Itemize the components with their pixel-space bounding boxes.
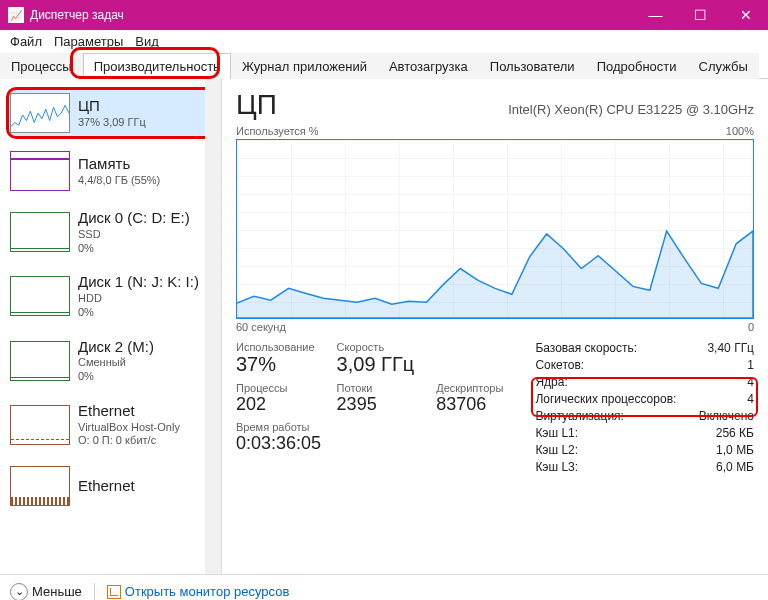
menu-options[interactable]: Параметры xyxy=(54,34,123,49)
disk-thumb-icon xyxy=(10,212,70,252)
processes-label: Процессы xyxy=(236,382,315,394)
tab-details[interactable]: Подробности xyxy=(586,53,688,79)
tab-services[interactable]: Службы xyxy=(688,53,759,79)
footer: ⌄ Меньше Открыть монитор ресурсов xyxy=(0,574,768,600)
cores-label: Ядра: xyxy=(535,375,567,389)
content: ЦП 37% 3,09 ГГц Память 4,4/8,0 ГБ (55%) … xyxy=(0,79,768,574)
uptime-label: Время работы xyxy=(236,421,503,433)
l3-label: Кэш L3: xyxy=(535,460,578,474)
minimize-button[interactable]: — xyxy=(633,0,678,30)
monitor-icon xyxy=(107,585,121,599)
sidebar: ЦП 37% 3,09 ГГц Память 4,4/8,0 ГБ (55%) … xyxy=(0,79,222,574)
menubar: Файл Параметры Вид xyxy=(0,30,768,53)
l1-label: Кэш L1: xyxy=(535,426,578,440)
tab-processes[interactable]: Процессы xyxy=(0,53,83,79)
divider xyxy=(94,583,95,601)
graph-time-left: 60 секунд xyxy=(236,321,286,333)
chevron-down-icon: ⌄ xyxy=(10,583,28,601)
sidebar-disk1-name: Диск 1 (N: J: K: I:) xyxy=(78,273,199,292)
maximize-button[interactable]: ☐ xyxy=(678,0,723,30)
sidebar-mem-name: Память xyxy=(78,155,160,174)
ethernet-thumb-icon xyxy=(10,405,70,445)
utilization-value: 37% xyxy=(236,353,315,376)
sockets-value: 1 xyxy=(747,358,754,372)
handles-label: Дескрипторы xyxy=(436,382,503,394)
window-controls: — ☐ ✕ xyxy=(633,0,768,30)
tabs: Процессы Производительность Журнал прило… xyxy=(0,53,768,79)
sidebar-eth2-name: Ethernet xyxy=(78,477,135,496)
tab-performance[interactable]: Производительность xyxy=(83,53,231,79)
sidebar-item-cpu[interactable]: ЦП 37% 3,09 ГГц xyxy=(6,87,221,139)
threads-label: Потоки xyxy=(337,382,415,394)
open-resource-monitor-link[interactable]: Открыть монитор ресурсов xyxy=(107,584,289,599)
sidebar-item-disk1[interactable]: Диск 1 (N: J: K: I:) HDD 0% xyxy=(6,267,221,325)
virt-label: Виртуализация: xyxy=(535,409,624,423)
sidebar-disk1-sub1: HDD xyxy=(78,292,199,306)
l2-value: 1,0 МБ xyxy=(716,443,754,457)
base-speed-value: 3,40 ГГц xyxy=(707,341,754,355)
sidebar-item-disk0[interactable]: Диск 0 (C: D: E:) SSD 0% xyxy=(6,203,221,261)
handles-value: 83706 xyxy=(436,394,503,415)
graph-label-right: 100% xyxy=(726,125,754,137)
uptime-value: 0:03:36:05 xyxy=(236,433,503,454)
sidebar-mem-sub: 4,4/8,0 ГБ (55%) xyxy=(78,174,160,188)
processes-value: 202 xyxy=(236,394,315,415)
speed-label: Скорость xyxy=(337,341,415,353)
sidebar-item-disk2[interactable]: Диск 2 (M:) Сменный 0% xyxy=(6,332,221,390)
memory-thumb-icon xyxy=(10,151,70,191)
utilization-label: Использование xyxy=(236,341,315,353)
sidebar-disk2-sub1: Сменный xyxy=(78,356,154,370)
sidebar-eth-name: Ethernet xyxy=(78,402,180,421)
sidebar-eth-sub1: VirtualBox Host-Only xyxy=(78,421,180,435)
sidebar-item-ethernet2[interactable]: Ethernet xyxy=(6,460,221,512)
menu-view[interactable]: Вид xyxy=(135,34,159,49)
speed-value: 3,09 ГГц xyxy=(337,353,415,376)
sockets-label: Сокетов: xyxy=(535,358,584,372)
ethernet-thumb-icon xyxy=(10,466,70,506)
cores-value: 4 xyxy=(747,375,754,389)
sidebar-disk0-sub1: SSD xyxy=(78,228,190,242)
sidebar-disk0-name: Диск 0 (C: D: E:) xyxy=(78,209,190,228)
stats: Использование 37% Скорость 3,09 ГГц Проц… xyxy=(236,341,754,474)
sidebar-cpu-name: ЦП xyxy=(78,97,146,116)
graph-time-right: 0 xyxy=(748,321,754,333)
sidebar-item-memory[interactable]: Память 4,4/8,0 ГБ (55%) xyxy=(6,145,221,197)
sidebar-item-ethernet[interactable]: Ethernet VirtualBox Host-Only О: 0 П: 0 … xyxy=(6,396,221,454)
l3-value: 6,0 МБ xyxy=(716,460,754,474)
sidebar-scrollbar[interactable] xyxy=(205,79,221,574)
tab-startup[interactable]: Автозагрузка xyxy=(378,53,479,79)
l2-label: Кэш L2: xyxy=(535,443,578,457)
sidebar-disk2-name: Диск 2 (M:) xyxy=(78,338,154,357)
virt-value: Включено xyxy=(699,409,754,423)
menu-file[interactable]: Файл xyxy=(10,34,42,49)
titlebar: 📈 Диспетчер задач — ☐ ✕ xyxy=(0,0,768,30)
threads-value: 2395 xyxy=(337,394,415,415)
sidebar-disk1-sub2: 0% xyxy=(78,306,199,320)
graph-label-left: Используется % xyxy=(236,125,319,137)
tab-users[interactable]: Пользователи xyxy=(479,53,586,79)
lps-label: Логических процессоров: xyxy=(535,392,676,406)
open-monitor-label: Открыть монитор ресурсов xyxy=(125,584,289,599)
tab-app-history[interactable]: Журнал приложений xyxy=(231,53,378,79)
app-icon: 📈 xyxy=(8,7,24,23)
l1-value: 256 КБ xyxy=(716,426,754,440)
fewer-label: Меньше xyxy=(32,584,82,599)
cpu-model: Intel(R) Xeon(R) CPU E31225 @ 3.10GHz xyxy=(508,102,754,117)
page-title: ЦП xyxy=(236,89,277,121)
cpu-usage-graph[interactable] xyxy=(236,139,754,319)
window-title: Диспетчер задач xyxy=(30,8,633,22)
main-panel: ЦП Intel(R) Xeon(R) CPU E31225 @ 3.10GHz… xyxy=(222,79,768,574)
sidebar-disk0-sub2: 0% xyxy=(78,242,190,256)
sidebar-cpu-sub: 37% 3,09 ГГц xyxy=(78,116,146,130)
sidebar-disk2-sub2: 0% xyxy=(78,370,154,384)
sidebar-eth-sub2: О: 0 П: 0 кбит/с xyxy=(78,434,180,448)
base-speed-label: Базовая скорость: xyxy=(535,341,637,355)
cpu-thumb-icon xyxy=(10,93,70,133)
lps-value: 4 xyxy=(747,392,754,406)
disk-thumb-icon xyxy=(10,341,70,381)
fewer-details-button[interactable]: ⌄ Меньше xyxy=(10,583,82,601)
disk-thumb-icon xyxy=(10,276,70,316)
close-button[interactable]: ✕ xyxy=(723,0,768,30)
